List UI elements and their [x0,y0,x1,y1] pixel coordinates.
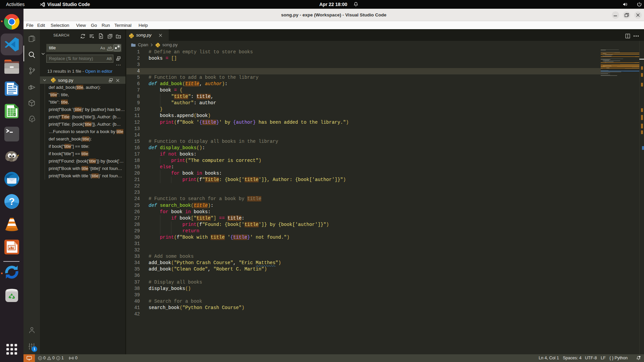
svg-text:?: ? [9,196,15,207]
